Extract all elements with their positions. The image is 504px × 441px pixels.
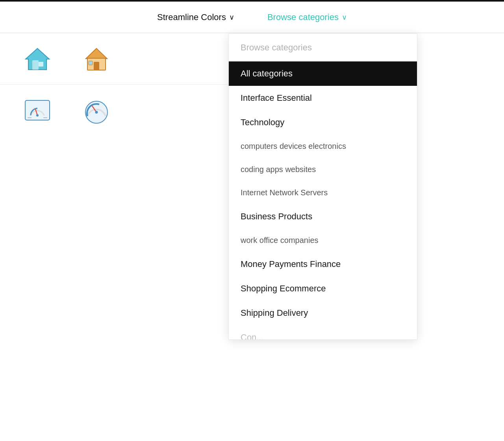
- dropdown-header: Browse categories: [229, 34, 417, 61]
- svg-rect-5: [94, 62, 99, 70]
- dropdown-item-technology[interactable]: Technology: [229, 110, 417, 135]
- dropdown-item-all-categories[interactable]: All categories: [229, 61, 417, 86]
- browse-categories-label: Browse categories: [267, 12, 339, 22]
- speedometer-icon: [83, 96, 110, 124]
- svg-marker-3: [86, 48, 107, 59]
- content-area: [0, 33, 228, 441]
- dropdown-item-shopping-ecommerce[interactable]: Shopping Ecommerce: [229, 276, 417, 301]
- svg-point-9: [36, 114, 39, 117]
- dropdown-menu: Browse categories All categories Interfa…: [228, 33, 417, 340]
- svg-point-14: [95, 111, 98, 114]
- header: Streamline Colors ∨ Browse categories ∨: [0, 2, 504, 33]
- browse-categories-button[interactable]: Browse categories ∨: [263, 9, 352, 26]
- dropdown-item-work-office[interactable]: work office companies: [229, 229, 417, 252]
- dropdown-item-computers-devices[interactable]: computers devices electronics: [229, 135, 417, 158]
- streamline-colors-label: Streamline Colors: [157, 12, 226, 22]
- house-blue-icon: [24, 45, 51, 73]
- icon-row-1: [0, 33, 228, 85]
- streamline-chevron-icon: ∨: [229, 13, 234, 22]
- dropdown-item-business-products[interactable]: Business Products: [229, 204, 417, 229]
- svg-rect-2: [39, 62, 43, 67]
- streamline-colors-button[interactable]: Streamline Colors ∨: [152, 9, 239, 26]
- dropdown-item-coding-apps[interactable]: coding apps websites: [229, 158, 417, 181]
- dropdown-item-money-payments[interactable]: Money Payments Finance: [229, 252, 417, 276]
- icon-row-2: [0, 85, 228, 136]
- browse-chevron-icon: ∨: [342, 13, 347, 22]
- house-orange-icon: [83, 45, 110, 73]
- dashboard-gauge-icon: [24, 96, 51, 124]
- svg-rect-6: [89, 61, 93, 65]
- dropdown-item-contacts[interactable]: Con...: [229, 325, 417, 339]
- svg-rect-1: [32, 60, 39, 70]
- dropdown-item-interface-essential[interactable]: Interface Essential: [229, 86, 417, 110]
- dropdown-item-internet-network[interactable]: Internet Network Servers: [229, 181, 417, 204]
- dropdown-item-shipping-delivery[interactable]: Shipping Delivery: [229, 301, 417, 325]
